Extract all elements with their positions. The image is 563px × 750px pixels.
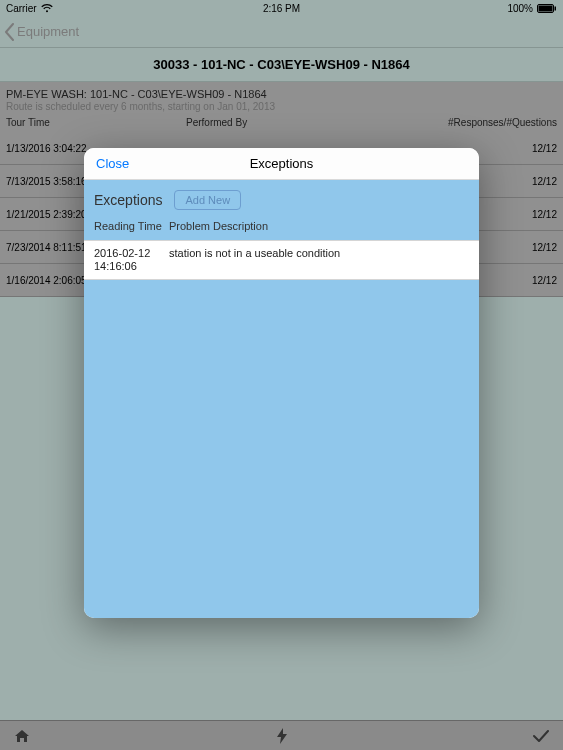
cell-responses: 12/12: [532, 176, 557, 187]
chevron-left-icon: [4, 23, 15, 41]
svg-rect-1: [539, 5, 553, 11]
col-header-tour-time: Tour Time: [6, 117, 186, 128]
modal-section-title: Exceptions: [94, 192, 162, 208]
carrier-label: Carrier: [6, 3, 37, 14]
modal-header: Close Exceptions: [84, 148, 479, 180]
svg-rect-2: [555, 6, 557, 10]
battery-icon: [537, 4, 557, 13]
modal-column-headers: Reading Time Problem Description: [84, 216, 479, 240]
close-button[interactable]: Close: [96, 148, 129, 179]
home-button[interactable]: [14, 729, 30, 743]
check-icon: [533, 730, 549, 742]
wifi-icon: [41, 4, 53, 13]
modal-body: Exceptions Add New Reading Time Problem …: [84, 180, 479, 618]
status-bar: Carrier 2:16 PM 100%: [0, 0, 563, 16]
home-icon: [14, 729, 30, 743]
cell-responses: 12/12: [532, 143, 557, 154]
col-header-reading-time: Reading Time: [94, 220, 169, 232]
col-header-problem-description: Problem Description: [169, 220, 469, 232]
route-title: PM-EYE WASH: 101-NC - C03\EYE-WSH09 - N1…: [6, 88, 557, 100]
bolt-icon: [277, 728, 287, 744]
back-button[interactable]: Equipment: [4, 23, 79, 41]
route-schedule: Route is scheduled every 6 months, start…: [6, 101, 557, 112]
col-header-responses: #Responses/#Questions: [448, 117, 557, 128]
modal-title: Exceptions: [250, 156, 314, 171]
cell-problem-description: station is not in a useable condition: [169, 247, 469, 273]
status-time: 2:16 PM: [263, 3, 300, 14]
modal-section-header: Exceptions Add New: [84, 180, 479, 216]
confirm-button[interactable]: [533, 730, 549, 742]
exception-row[interactable]: 2016-02-12 14:16:06 station is not in a …: [84, 240, 479, 280]
sub-header: PM-EYE WASH: 101-NC - C03\EYE-WSH09 - N1…: [0, 82, 563, 132]
action-button[interactable]: [277, 728, 287, 744]
col-header-performed-by: Performed By: [186, 117, 448, 128]
back-label: Equipment: [17, 24, 79, 39]
column-headers: Tour Time Performed By #Responses/#Quest…: [6, 117, 557, 128]
nav-bar: Equipment: [0, 16, 563, 48]
cell-responses: 12/12: [532, 209, 557, 220]
cell-reading-time: 2016-02-12 14:16:06: [94, 247, 169, 273]
battery-percent: 100%: [507, 3, 533, 14]
exceptions-modal: Close Exceptions Exceptions Add New Read…: [84, 148, 479, 618]
bottom-toolbar: [0, 720, 563, 750]
page-title: 30033 - 101-NC - C03\EYE-WSH09 - N1864: [0, 48, 563, 82]
add-new-button[interactable]: Add New: [174, 190, 241, 210]
cell-responses: 12/12: [532, 242, 557, 253]
cell-responses: 12/12: [532, 275, 557, 286]
